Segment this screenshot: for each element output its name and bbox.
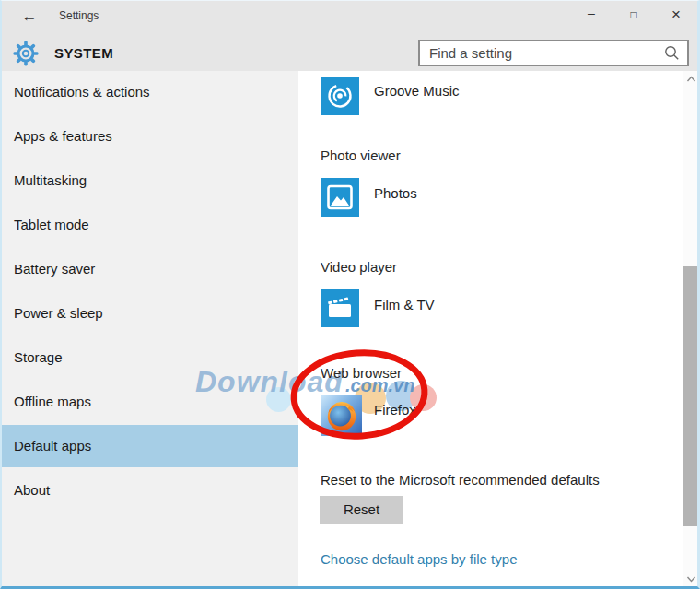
scroll-up-icon[interactable] xyxy=(683,73,699,86)
photo-viewer-heading: Photo viewer xyxy=(321,147,401,165)
minimize-button[interactable]: – xyxy=(570,1,612,29)
search-input[interactable] xyxy=(420,45,664,61)
reset-heading: Reset to the Microsoft recommended defau… xyxy=(321,472,600,488)
sidebar-item-offline-maps[interactable]: Offline maps xyxy=(2,381,298,423)
settings-window: Notifications & actions Apps & features … xyxy=(0,0,700,589)
firefox-tile[interactable] xyxy=(321,395,362,436)
vertical-scrollbar[interactable] xyxy=(682,71,698,587)
video-player-heading: Video player xyxy=(321,258,397,277)
video-player-app-label[interactable]: Film & TV xyxy=(374,296,435,314)
film-tv-icon xyxy=(321,289,359,327)
gear-icon xyxy=(13,41,39,66)
scroll-down-icon[interactable] xyxy=(683,572,699,585)
window-controls: – □ × xyxy=(570,1,697,29)
choose-defaults-by-filetype-link[interactable]: Choose default apps by file type xyxy=(321,551,517,567)
photo-viewer-app-label[interactable]: Photos xyxy=(374,184,417,203)
film-tv-tile[interactable] xyxy=(321,289,359,327)
window-title: Settings xyxy=(59,9,99,22)
reset-button[interactable]: Reset xyxy=(320,496,403,524)
web-browser-heading: Web browser xyxy=(321,364,402,383)
scrollbar-thumb[interactable] xyxy=(683,266,699,526)
sidebar-item-notifications[interactable]: Notifications & actions xyxy=(2,71,298,113)
default-apps-panel: Groove Music Photo viewer Photos Video p… xyxy=(298,71,682,587)
groove-music-icon xyxy=(321,77,359,115)
window-chrome: ← Settings – □ × SYSTEM xyxy=(2,1,697,71)
page-title: SYSTEM xyxy=(54,45,113,61)
sidebar-item-battery-saver[interactable]: Battery saver xyxy=(2,248,298,290)
maximize-button[interactable]: □ xyxy=(612,1,655,29)
back-button[interactable]: ← xyxy=(17,6,42,28)
sidebar: Notifications & actions Apps & features … xyxy=(2,71,298,587)
sidebar-item-multitasking[interactable]: Multitasking xyxy=(2,159,298,202)
close-button[interactable]: × xyxy=(655,1,697,29)
photos-tile[interactable] xyxy=(321,178,359,217)
groove-music-tile[interactable] xyxy=(321,77,359,115)
sidebar-item-apps-features[interactable]: Apps & features xyxy=(2,115,298,158)
sidebar-item-power-sleep[interactable]: Power & sleep xyxy=(2,292,298,335)
sidebar-item-tablet-mode[interactable]: Tablet mode xyxy=(2,204,298,246)
search-box xyxy=(418,40,689,66)
sidebar-item-default-apps[interactable]: Default apps xyxy=(2,425,298,467)
sidebar-item-about[interactable]: About xyxy=(2,469,298,512)
web-browser-app-label[interactable]: Firefox xyxy=(374,401,416,419)
music-player-app-label[interactable]: Groove Music xyxy=(374,82,460,100)
sidebar-item-storage[interactable]: Storage xyxy=(2,336,298,379)
firefox-icon xyxy=(321,395,362,436)
photos-icon xyxy=(321,178,359,217)
search-icon[interactable] xyxy=(664,45,681,62)
